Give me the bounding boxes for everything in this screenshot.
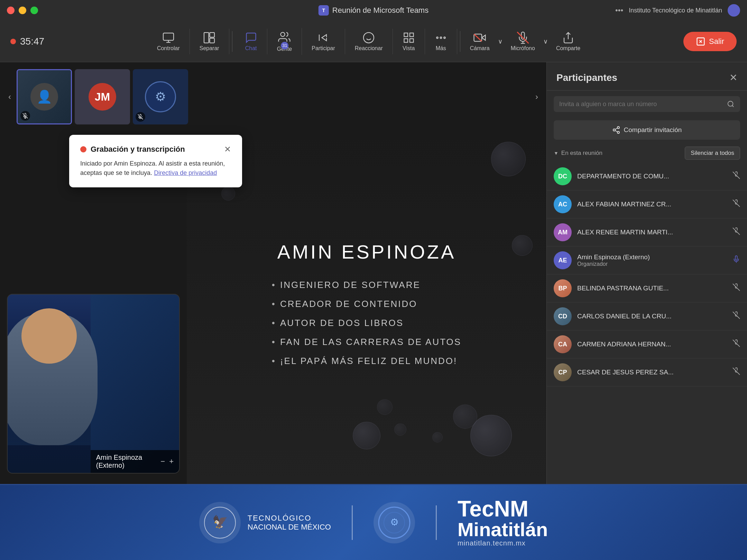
svg-line-38 [733, 368, 740, 375]
nav-right-arrow[interactable]: › [533, 89, 541, 104]
mic-button[interactable]: Micrófono [504, 29, 542, 54]
camera-chevron[interactable]: ∨ [497, 35, 504, 48]
share-icon [612, 126, 620, 134]
presenter-plus-button[interactable]: + [169, 457, 174, 466]
vista-button[interactable]: Vista [393, 29, 425, 54]
bubble-10 [353, 422, 380, 449]
svg-point-25 [728, 101, 733, 106]
notif-title: Grabación y transcripción [91, 145, 185, 154]
participant-item[interactable]: DC DEPARTAMENTO DE COMU... [547, 162, 747, 190]
participant-avatar: CD [554, 307, 572, 325]
participar-label: Participar [312, 45, 335, 52]
camera-button[interactable]: Cámara [463, 29, 497, 54]
camera-label: Cámara [470, 45, 490, 52]
svg-rect-2 [210, 32, 215, 37]
share-button[interactable]: Comparte [549, 29, 587, 54]
leave-button[interactable]: Salir [683, 32, 737, 51]
people-count-badge: 31 [281, 42, 288, 49]
mas-button[interactable]: Más [425, 29, 457, 54]
participants-panel: Participantes ✕ Compartir invitación ▼ E… [546, 62, 747, 484]
bullet-2: •CREADOR DE CONTENIDO [272, 299, 461, 309]
svg-line-31 [733, 172, 740, 179]
leave-label: Salir [709, 37, 724, 46]
mic-label: Micrófono [511, 45, 535, 52]
minimize-button[interactable] [19, 7, 26, 14]
mic-off-icon [732, 199, 740, 209]
toolbar-center: Controlar Separar Chat [147, 28, 587, 55]
footer-text-left: TECNOLÓGICO NACIONAL DE MÉXICO [248, 514, 331, 532]
thumbnail-1[interactable]: 👤 [17, 69, 72, 124]
participant-info: CARMEN ADRIANA HERNAN... [577, 340, 727, 348]
participant-item[interactable]: BP BELINDA PASTRANA GUTIE... [547, 274, 747, 302]
participant-name: BELINDA PASTRANA GUTIE... [577, 284, 727, 292]
notif-link[interactable]: Directiva de privacidad [154, 169, 217, 176]
participant-role: Organizador [577, 261, 727, 267]
main-content: ‹ 👤 [0, 62, 747, 484]
svg-point-14 [444, 37, 445, 38]
aztec-emblem: 🦅 [199, 502, 241, 543]
share-invite-button[interactable]: Compartir invitación [554, 120, 740, 140]
bubble-4 [470, 415, 512, 456]
bubble-3 [221, 187, 235, 200]
maximize-button[interactable] [30, 7, 38, 14]
separar-button[interactable]: Separar [190, 29, 229, 54]
participant-avatar: DC [554, 167, 572, 185]
thumb3-mic-icon [136, 112, 145, 122]
notif-close-button[interactable]: ✕ [224, 144, 231, 154]
bullet-4: •FAN DE LAS CARRERAS DE AUTOS [272, 337, 461, 347]
mic-chevron[interactable]: ∨ [542, 35, 549, 48]
participant-info: ALEX FABIAN MARTINEZ CR... [577, 200, 727, 208]
svg-line-16 [474, 34, 482, 41]
svg-text:⚙: ⚙ [390, 517, 398, 528]
participant-item[interactable]: AM ALEX RENEE MARTIN MARTI... [547, 218, 747, 246]
video-area: ‹ 👤 [0, 62, 546, 484]
recording-indicator [10, 39, 16, 44]
gente-button[interactable]: 31 Gente [267, 28, 302, 55]
window-controls[interactable] [7, 7, 38, 14]
presenter-minus-button[interactable]: − [160, 457, 165, 466]
thumb1-mic-icon [20, 111, 30, 121]
svg-point-27 [613, 129, 615, 131]
panel-close-button[interactable]: ✕ [729, 72, 737, 83]
svg-point-26 [617, 127, 619, 129]
participant-item[interactable]: AC ALEX FABIAN MARTINEZ CR... [547, 190, 747, 218]
svg-rect-3 [210, 38, 215, 43]
participant-avatar: CA [554, 335, 572, 353]
svg-text:🦅: 🦅 [212, 514, 228, 529]
more-options-icon[interactable]: ••• [615, 6, 623, 15]
footer-divider-1 [352, 505, 353, 540]
mute-all-button[interactable]: Silenciar a todos [685, 147, 740, 160]
chat-button[interactable]: Chat [235, 29, 267, 54]
close-button[interactable] [7, 7, 15, 14]
bullet-5: •¡EL PAPÁ MÁS FELIZ DEL MUNDO! [272, 356, 461, 366]
nav-left-arrow[interactable]: ‹ [6, 89, 14, 104]
search-bar[interactable] [554, 96, 740, 112]
mic-off-icon [732, 311, 740, 321]
controlar-button[interactable]: Controlar [147, 29, 190, 54]
call-timer: 35:47 [20, 36, 44, 47]
thumbnail-3[interactable]: ⚙ [133, 69, 188, 124]
search-input[interactable] [559, 101, 723, 108]
itm-icon: ⚙ [377, 505, 412, 540]
participant-item[interactable]: CP CESAR DE JESUS PEREZ SA... [547, 358, 747, 386]
thumbnail-2[interactable]: JM [75, 69, 130, 124]
reaccionar-button[interactable]: Reaccionar [345, 29, 393, 54]
participant-item[interactable]: CD CARLOS DANIEL DE LA CRU... [547, 302, 747, 330]
footer-divider-2 [436, 505, 437, 540]
bubble-6 [432, 432, 443, 442]
participant-list: DC DEPARTAMENTO DE COMU... AC ALEX FABIA… [547, 162, 747, 484]
svg-point-13 [440, 37, 442, 38]
toolbar-separator-1 [232, 31, 232, 52]
section-header: ▼ En esta reunión Silenciar a todos [547, 142, 747, 162]
window-title: Reunión de Microsoft Teams [332, 6, 428, 15]
svg-rect-0 [163, 33, 174, 40]
participant-avatar: BP [554, 279, 572, 297]
footer-tech-line2: NACIONAL DE MÉXICO [248, 523, 331, 532]
participar-button[interactable]: Participar [302, 29, 345, 54]
participant-item[interactable]: CA CARMEN ADRIANA HERNAN... [547, 330, 747, 358]
participant-name: CARMEN ADRIANA HERNAN... [577, 340, 727, 348]
participant-item[interactable]: AE Amin Espinoza (Externo) Organizador [547, 246, 747, 274]
svg-rect-8 [404, 33, 408, 37]
participant-info: Amin Espinoza (Externo) Organizador [577, 253, 727, 267]
panel-title: Participantes [556, 72, 617, 83]
